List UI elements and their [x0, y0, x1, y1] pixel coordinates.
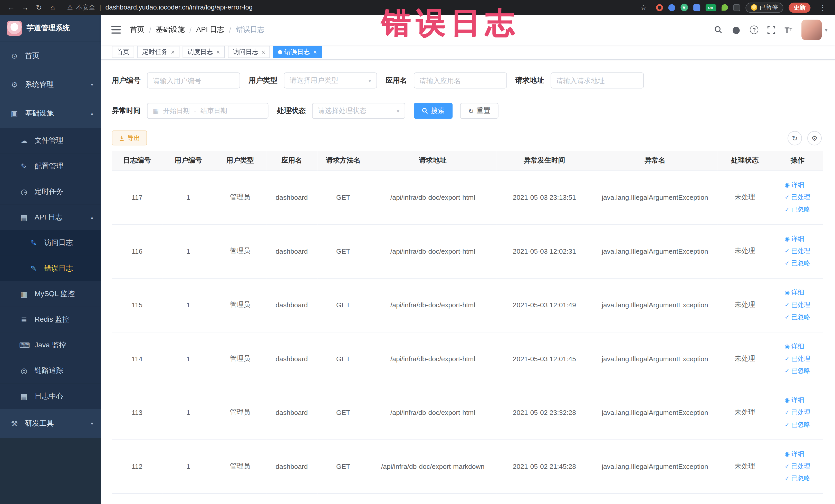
extension-icon-blue[interactable] — [668, 4, 675, 11]
action-processed[interactable]: ✓已处理 — [785, 354, 810, 363]
sidebar-item-cron-jobs[interactable]: ◷ 定时任务 — [0, 179, 101, 205]
action-ignored[interactable]: ✓已忽略 — [785, 420, 810, 429]
action-ignored[interactable]: ✓已忽略 — [785, 366, 810, 375]
filter-user-type: 用户类型 请选择用户类型 ▾ — [249, 73, 377, 88]
request-url-input[interactable] — [550, 73, 644, 88]
browser-home-icon[interactable]: ⌂ — [46, 3, 60, 12]
browser-reload-icon[interactable]: ↻ — [32, 3, 46, 12]
column-settings-button[interactable]: ⚙ — [807, 131, 822, 145]
sidebar-item-access-log[interactable]: ✎ 访问日志 — [0, 230, 101, 256]
navbar-actions: ? TT ▾ — [714, 20, 835, 40]
user-id-input[interactable] — [147, 73, 240, 88]
cell-time: 2021-05-03 23:13:51 — [496, 170, 592, 224]
view-tab[interactable]: 调度日志× — [183, 46, 225, 58]
cell-id: 113 — [112, 386, 162, 440]
extension-icon-sprout[interactable] — [721, 4, 728, 11]
breadcrumb-item[interactable]: 基础设施 — [156, 25, 185, 35]
sidebar-item-label: Java 监控 — [35, 340, 66, 350]
cell-method: GET — [317, 170, 369, 224]
font-size-icon[interactable]: TT — [785, 26, 792, 34]
close-icon[interactable]: × — [262, 48, 265, 56]
sidebar-item-system-management[interactable]: ⚙ 系统管理 ▾ — [0, 70, 101, 99]
action-detail[interactable]: ◉详细 — [785, 396, 804, 405]
sidebar-item-tracing[interactable]: ◎ 链路追踪 — [0, 358, 101, 384]
action-detail[interactable]: ◉详细 — [785, 342, 804, 351]
hamburger-icon[interactable] — [111, 26, 121, 34]
fullscreen-icon[interactable] — [768, 26, 775, 34]
sidebar-item-home[interactable]: ⊙ 首页 — [0, 42, 101, 70]
action-detail[interactable]: ◉详细 — [785, 235, 804, 243]
cell-app: dashboard — [266, 170, 317, 224]
action-processed[interactable]: ✓已处理 — [785, 408, 810, 417]
sidebar-item-api-log[interactable]: ▤ API 日志 ▴ — [0, 205, 101, 230]
reset-button[interactable]: ↻ 重置 — [460, 103, 498, 119]
action-processed[interactable]: ✓已处理 — [785, 193, 810, 202]
sidebar-item-dev-tools[interactable]: ⚒ 研发工具 ▾ — [0, 409, 101, 438]
sidebar-item-config-management[interactable]: ✎ 配置管理 — [0, 153, 101, 179]
cell-actions: ◉详细✓已处理✓已忽略 — [772, 440, 823, 493]
action-processed[interactable]: ✓已处理 — [785, 462, 810, 471]
overflow-menu-icon[interactable]: ⋮ — [816, 3, 830, 12]
search-button[interactable]: 搜索 — [414, 103, 452, 119]
user-avatar[interactable] — [801, 20, 822, 40]
url-text[interactable]: dashboard.yudao.iocoder.cn/infra/log/api… — [105, 4, 253, 11]
check-icon: ✓ — [785, 355, 790, 362]
action-processed[interactable]: ✓已处理 — [785, 247, 810, 256]
filter-row-2: 异常时间 ▦ 开始日期 - 结束日期 处理状态 请选择处理状态 ▾ — [112, 103, 823, 119]
sidebar-item-file-management[interactable]: ☁ 文件管理 — [0, 128, 101, 154]
security-label[interactable]: 不安全 — [76, 3, 95, 12]
sidebar-item-label: 配置管理 — [35, 161, 63, 171]
cell-time: 2021-05-02 21:45:28 — [496, 440, 592, 493]
export-button[interactable]: 导出 — [112, 130, 147, 145]
action-detail[interactable]: ◉详细 — [785, 288, 804, 297]
help-icon[interactable]: ? — [750, 26, 758, 34]
action-ignored[interactable]: ✓已忽略 — [785, 474, 810, 483]
view-tab[interactable]: 访问日志× — [228, 46, 270, 58]
sidebar-item-redis-monitor[interactable]: ≣ Redis 监控 — [0, 307, 101, 332]
sidebar-item-log-center[interactable]: ▤ 日志中心 — [0, 384, 101, 409]
extension-icon-ring[interactable] — [656, 4, 663, 11]
action-detail[interactable]: ◉详细 — [785, 181, 804, 189]
view-tab[interactable]: 定时任务× — [137, 46, 179, 58]
address-bar[interactable]: ⚠ 不安全 | dashboard.yudao.iocoder.cn/infra… — [67, 3, 636, 12]
extension-icon-on-badge[interactable]: on — [705, 4, 716, 11]
filter-process-status: 处理状态 请选择处理状态 ▾ — [277, 103, 405, 119]
extension-icon-vue[interactable]: V — [680, 4, 688, 11]
process-status-select[interactable]: 请选择处理状态 ▾ — [312, 103, 405, 119]
action-detail[interactable]: ◉详细 — [785, 449, 804, 459]
github-icon[interactable] — [732, 25, 741, 35]
column-header: 用户类型 — [214, 151, 266, 170]
exception-time-range-picker[interactable]: ▦ 开始日期 - 结束日期 — [147, 103, 268, 119]
user-type-select[interactable]: 请选择用户类型 ▾ — [284, 73, 377, 88]
extension-icon-grid[interactable] — [693, 4, 700, 11]
refresh-list-button[interactable]: ↻ — [788, 131, 802, 145]
sidebar-item-infrastructure[interactable]: ▣ 基础设施 ▴ — [0, 99, 101, 128]
update-button[interactable]: 更新 — [789, 2, 810, 12]
close-icon[interactable]: × — [171, 48, 175, 56]
view-tab[interactable]: 首页 — [112, 46, 134, 58]
action-ignored[interactable]: ✓已忽略 — [785, 313, 810, 322]
action-ignored[interactable]: ✓已忽略 — [785, 205, 810, 214]
sidebar-item-mysql-monitor[interactable]: ▥ MySQL 监控 — [0, 281, 101, 307]
cell-id: 115 — [112, 278, 162, 332]
paused-badge[interactable]: 已暂停 — [745, 2, 783, 12]
close-icon[interactable]: × — [216, 48, 220, 56]
action-ignored[interactable]: ✓已忽略 — [785, 259, 810, 268]
browser-back-icon[interactable]: ← — [4, 3, 18, 12]
app-name-input[interactable] — [413, 73, 507, 88]
breadcrumb-item[interactable]: API 日志 — [196, 25, 224, 35]
sidebar-menu: ⊙ 首页 ⚙ 系统管理 ▾ ▣ 基础设施 ▴ ☁ 文件管理 ✎ 配置管理 ◷ 定… — [0, 42, 101, 438]
action-processed[interactable]: ✓已处理 — [785, 300, 810, 309]
extension-icon-dark[interactable] — [733, 4, 740, 11]
cell-user-id: 1 — [162, 170, 214, 224]
sidebar-item-java-monitor[interactable]: ⌨ Java 监控 — [0, 332, 101, 358]
view-tab[interactable]: 错误日志× — [273, 46, 322, 58]
search-icon[interactable] — [714, 26, 723, 34]
breadcrumb-item[interactable]: 首页 — [130, 25, 144, 35]
user-menu[interactable]: ▾ — [801, 20, 828, 40]
browser-forward-icon[interactable]: → — [18, 3, 32, 12]
close-icon[interactable]: × — [313, 48, 317, 56]
sidebar-item-error-log[interactable]: ✎ 错误日志 — [0, 256, 101, 281]
bookmark-star-icon[interactable]: ☆ — [636, 3, 650, 12]
logo[interactable]: 芋道管理系统 — [0, 15, 101, 42]
